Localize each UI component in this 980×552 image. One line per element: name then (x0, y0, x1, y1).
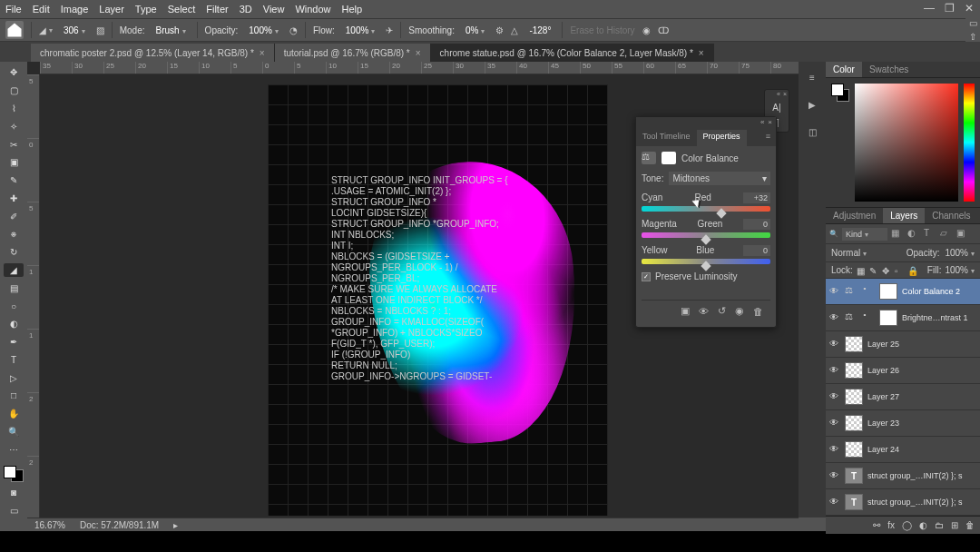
tone-select[interactable]: Midtones▾ (669, 172, 770, 185)
visibility-icon[interactable]: 👁 (829, 339, 840, 350)
filter-kind-label[interactable]: 🔍 (829, 230, 838, 238)
gradient-tool[interactable]: ▤ (4, 281, 24, 295)
new-adjustment-icon[interactable]: ◐ (919, 520, 927, 530)
home-icon[interactable] (5, 21, 24, 39)
close-tab-icon[interactable]: × (699, 48, 704, 58)
status-chevron-icon[interactable]: ▸ (173, 520, 178, 530)
menu-select[interactable]: Select (168, 4, 196, 15)
layer-fx-icon[interactable]: fx (887, 520, 895, 530)
delete-layer-icon[interactable]: 🗑 (965, 520, 975, 530)
smoothing-value[interactable]: 0% (462, 25, 488, 36)
layer-row[interactable]: 👁Layer 24 (826, 437, 980, 463)
pen-tool[interactable]: ✒ (4, 335, 24, 350)
close-icon[interactable]: × (768, 118, 772, 129)
reset-icon[interactable]: ↺ (718, 305, 726, 317)
close-icon[interactable]: × (783, 91, 787, 98)
blur-tool[interactable]: ○ (4, 299, 24, 313)
tab-layers[interactable]: Layers (883, 208, 925, 223)
layer-name[interactable]: Color Balance 2 (902, 287, 960, 296)
lock-trans-icon[interactable]: ▦ (857, 266, 866, 275)
visibility-icon[interactable]: 👁 (829, 470, 840, 481)
layer-thumb[interactable] (845, 415, 863, 431)
tab-channels[interactable]: Channels (925, 208, 977, 223)
doc-tab-2[interactable]: chrome statue.psd @ 16.7% (Color Balance… (431, 44, 714, 62)
layer-row[interactable]: 👁Layer 25 (826, 331, 980, 358)
marquee-tool[interactable]: ▢ (4, 84, 24, 98)
menu-edit[interactable]: Edit (33, 4, 50, 15)
filter-pixel-icon[interactable]: ▦ (891, 228, 904, 241)
visibility-icon[interactable]: 👁 (829, 444, 840, 455)
tab-color[interactable]: Color (826, 62, 862, 77)
new-layer-icon[interactable]: ⊞ (951, 520, 958, 530)
zoom-level[interactable]: 16.67% (34, 520, 65, 530)
layer-thumb[interactable] (845, 441, 863, 458)
doc-size[interactable]: Doc: 57.2M/891.1M (80, 520, 159, 530)
toggle-visibility-icon[interactable]: ◉ (735, 305, 744, 317)
hue-slider[interactable] (964, 84, 975, 202)
layer-row[interactable]: 👁Layer 27 (826, 384, 980, 410)
eraser-tool[interactable]: ◢ (4, 263, 24, 278)
close-tab-icon[interactable]: × (416, 48, 421, 58)
cloud-docs-icon[interactable]: ▭ (969, 18, 977, 28)
color-field[interactable] (855, 84, 958, 202)
link-layers-icon[interactable]: ⚯ (873, 520, 880, 530)
menu-image[interactable]: Image (61, 4, 89, 15)
preserve-luminosity-checkbox[interactable]: ✓ (642, 272, 651, 281)
layer-thumb[interactable] (845, 389, 863, 405)
fill-value[interactable]: 100% (945, 265, 975, 275)
collapse-icon[interactable]: « (777, 91, 780, 98)
layer-name[interactable]: Brightne…ntrast 1 (902, 313, 968, 322)
menu-help[interactable]: Help (342, 4, 363, 15)
smoothing-gear-icon[interactable]: ⚙ (495, 25, 504, 35)
layer-name[interactable]: struct group_…INIT(2) }; s (867, 498, 963, 507)
character-panel-icon[interactable]: A| (772, 103, 780, 113)
brush-tool[interactable]: ✐ (4, 209, 24, 223)
lock-all-icon[interactable]: 🔒 (907, 266, 916, 275)
edit-toolbar-icon[interactable]: ⋯ (4, 442, 24, 457)
clip-to-layer-icon[interactable]: ▣ (681, 305, 690, 317)
filter-type-icon[interactable]: T (924, 228, 936, 241)
brush-size[interactable]: 306 (60, 25, 89, 36)
history-panel-icon[interactable]: ≡ (804, 69, 820, 85)
color-swatch[interactable] (831, 84, 849, 102)
visibility-icon[interactable]: 👁 (829, 312, 840, 323)
filter-shape-icon[interactable]: ▱ (940, 228, 953, 241)
menu-layer[interactable]: Layer (99, 4, 124, 15)
delete-adjustment-icon[interactable]: 🗑 (753, 306, 763, 317)
visibility-icon[interactable]: 👁 (829, 286, 840, 297)
move-tool[interactable]: ✥ (4, 65, 24, 80)
eyedropper-tool[interactable]: ✎ (4, 173, 24, 188)
3d-panel-icon[interactable]: ◫ (804, 123, 820, 140)
layer-opacity[interactable]: 100% (945, 248, 975, 258)
filter-smart-icon[interactable]: ▣ (956, 228, 969, 241)
filter-kind[interactable]: Kind (842, 228, 887, 241)
tab-tool-timeline[interactable]: Tool Timeline (636, 130, 697, 146)
history-brush-tool[interactable]: ↻ (4, 245, 24, 260)
menu-3d[interactable]: 3D (240, 4, 252, 15)
collapse-icon[interactable]: « (760, 118, 764, 129)
panel-menu-icon[interactable]: ≡ (760, 130, 776, 146)
actions-panel-icon[interactable]: ▶ (804, 96, 820, 113)
menu-file[interactable]: File (5, 4, 22, 15)
opacity-value[interactable]: 100% (245, 25, 282, 36)
mode-select[interactable]: Brush (152, 25, 189, 36)
visibility-icon[interactable]: 👁 (829, 418, 840, 429)
layer-row[interactable]: 👁⚖⚬Brightne…ntrast 1 (826, 305, 980, 331)
color-balance-slider[interactable] (642, 206, 770, 212)
angle-icon[interactable]: △ (511, 25, 518, 35)
layer-name[interactable]: Layer 26 (867, 366, 899, 375)
add-mask-icon[interactable]: ◯ (902, 520, 912, 530)
type-tool[interactable]: T (4, 353, 24, 368)
doc-tab-0[interactable]: chromatic poster 2.psd @ 12.5% (Layer 14… (31, 44, 275, 62)
menu-filter[interactable]: Filter (206, 4, 228, 15)
crop-tool[interactable]: ✂ (4, 137, 24, 152)
new-group-icon[interactable]: 🗀 (935, 520, 944, 530)
maximize-icon[interactable]: ❐ (944, 3, 955, 14)
healing-tool[interactable]: ✚ (4, 191, 24, 205)
layer-thumb[interactable] (845, 336, 863, 352)
tab-adjustments[interactable]: Adjustmen (826, 208, 883, 223)
lock-paint-icon[interactable]: ✎ (869, 266, 878, 275)
layer-row[interactable]: 👁⚖⚬Color Balance 2 (826, 279, 980, 305)
visibility-icon[interactable]: 👁 (829, 497, 840, 508)
layer-thumb[interactable] (845, 362, 863, 379)
